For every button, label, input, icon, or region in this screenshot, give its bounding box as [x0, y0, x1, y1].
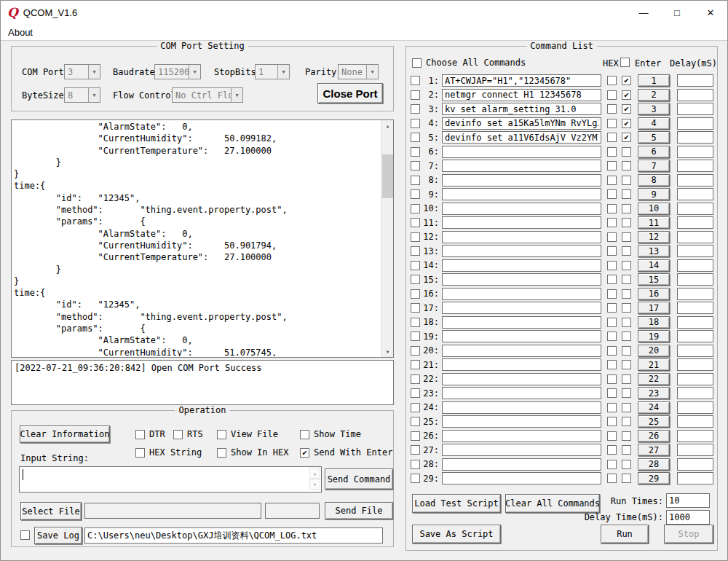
- minimize-button[interactable]: —: [627, 1, 660, 24]
- clear-all-commands-button[interactable]: Clear All Commands: [505, 494, 600, 513]
- row-select-checkbox[interactable]: [411, 261, 420, 270]
- checkbox[interactable]: [135, 430, 145, 439]
- row-hex-checkbox[interactable]: [607, 332, 617, 341]
- row-enter-checkbox[interactable]: [622, 204, 631, 213]
- row-hex-checkbox[interactable]: [607, 374, 617, 384]
- command-text-input[interactable]: [442, 373, 601, 385]
- log-path-field[interactable]: [84, 527, 383, 544]
- row-enter-checkbox[interactable]: [622, 176, 631, 185]
- row-delay-input[interactable]: [677, 288, 713, 300]
- row-hex-checkbox[interactable]: [607, 261, 617, 270]
- row-hex-checkbox[interactable]: [607, 289, 617, 299]
- row-enter-checkbox[interactable]: [622, 275, 631, 284]
- row-hex-checkbox[interactable]: [607, 303, 617, 313]
- command-text-input[interactable]: [442, 245, 601, 257]
- row-enter-checkbox[interactable]: [622, 318, 631, 327]
- row-hex-checkbox[interactable]: [607, 445, 617, 455]
- maximize-button[interactable]: □: [660, 1, 694, 24]
- send-row-command-button[interactable]: 29: [638, 472, 670, 484]
- send-row-command-button[interactable]: 16: [638, 288, 670, 300]
- row-select-checkbox[interactable]: [411, 346, 420, 356]
- serial-output-area[interactable]: "AlarmState": 0, "CurrentHumidity": 50.0…: [11, 119, 394, 358]
- clear-information-button[interactable]: Clear Information: [20, 425, 110, 443]
- row-hex-checkbox[interactable]: [607, 218, 617, 227]
- row-select-checkbox[interactable]: [411, 289, 420, 299]
- row-delay-input[interactable]: [677, 231, 713, 243]
- checkbox[interactable]: ✔: [300, 448, 309, 458]
- command-text-input[interactable]: [442, 131, 601, 144]
- row-delay-input[interactable]: [677, 430, 713, 442]
- row-delay-input[interactable]: [677, 444, 713, 456]
- row-hex-checkbox[interactable]: [607, 189, 617, 199]
- dtr-checkbox[interactable]: DTR: [135, 429, 165, 439]
- row-select-checkbox[interactable]: [411, 218, 420, 227]
- load-test-script-button[interactable]: Load Test Script: [412, 494, 501, 513]
- row-enter-checkbox[interactable]: ✔: [622, 104, 631, 114]
- row-hex-checkbox[interactable]: [607, 90, 617, 100]
- checkbox[interactable]: [412, 58, 422, 68]
- baudrate-select[interactable]: 115200 ▼: [154, 64, 201, 79]
- command-text-input[interactable]: [442, 302, 601, 314]
- row-delay-input[interactable]: [677, 117, 713, 130]
- row-select-checkbox[interactable]: [411, 445, 420, 455]
- send-row-command-button[interactable]: 13: [638, 245, 670, 257]
- row-enter-checkbox[interactable]: [622, 246, 631, 256]
- row-delay-input[interactable]: [677, 131, 713, 144]
- row-enter-checkbox[interactable]: [622, 147, 631, 157]
- send-row-command-button[interactable]: 1: [638, 74, 670, 87]
- file-path-field[interactable]: [84, 503, 261, 519]
- row-delay-input[interactable]: [677, 373, 713, 385]
- send-row-command-button[interactable]: 14: [638, 259, 670, 272]
- send-row-command-button[interactable]: 11: [638, 216, 670, 229]
- com-port-select[interactable]: 3 ▼: [64, 64, 100, 79]
- row-delay-input[interactable]: [677, 74, 713, 87]
- row-select-checkbox[interactable]: [411, 417, 420, 426]
- row-select-checkbox[interactable]: [411, 332, 420, 341]
- command-text-input[interactable]: [442, 316, 601, 329]
- row-select-checkbox[interactable]: [411, 275, 420, 284]
- command-text-input[interactable]: [442, 288, 601, 300]
- row-delay-input[interactable]: [677, 330, 713, 342]
- row-hex-checkbox[interactable]: [607, 431, 617, 441]
- row-delay-input[interactable]: [677, 472, 713, 484]
- send-row-command-button[interactable]: 18: [638, 316, 670, 329]
- row-delay-input[interactable]: [677, 146, 713, 158]
- send-row-command-button[interactable]: 4: [638, 117, 670, 130]
- command-text-input[interactable]: [442, 146, 601, 158]
- row-enter-checkbox[interactable]: ✔: [622, 119, 631, 128]
- command-text-input[interactable]: [442, 216, 601, 229]
- row-select-checkbox[interactable]: [411, 403, 420, 412]
- row-hex-checkbox[interactable]: [607, 460, 617, 469]
- row-enter-checkbox[interactable]: [622, 161, 631, 170]
- send-row-command-button[interactable]: 19: [638, 330, 670, 342]
- checkbox[interactable]: [135, 448, 145, 458]
- show-time-checkbox[interactable]: Show Time: [300, 429, 361, 439]
- save-as-script-button[interactable]: Save As Script: [412, 525, 501, 544]
- send-row-command-button[interactable]: 3: [638, 103, 670, 115]
- row-select-checkbox[interactable]: [411, 76, 420, 85]
- input-string-field[interactable]: ▲ ▼: [19, 466, 322, 493]
- row-select-checkbox[interactable]: [411, 176, 420, 185]
- send-row-command-button[interactable]: 9: [638, 188, 670, 200]
- row-enter-checkbox[interactable]: [622, 218, 631, 227]
- row-delay-input[interactable]: [677, 316, 713, 329]
- row-delay-input[interactable]: [677, 302, 713, 314]
- command-text-input[interactable]: [442, 444, 601, 456]
- row-enter-checkbox[interactable]: [622, 403, 631, 412]
- row-hex-checkbox[interactable]: [607, 417, 617, 426]
- row-delay-input[interactable]: [677, 216, 713, 229]
- send-row-command-button[interactable]: 25: [638, 415, 670, 428]
- row-delay-input[interactable]: [677, 387, 713, 399]
- row-hex-checkbox[interactable]: [607, 161, 617, 170]
- command-text-input[interactable]: [442, 160, 601, 172]
- checkbox[interactable]: [217, 430, 226, 439]
- row-hex-checkbox[interactable]: [607, 119, 617, 128]
- bytesize-select[interactable]: 8 ▼: [64, 87, 100, 103]
- command-text-input[interactable]: [442, 117, 601, 130]
- row-delay-input[interactable]: [677, 188, 713, 200]
- row-hex-checkbox[interactable]: [607, 346, 617, 356]
- row-delay-input[interactable]: [677, 203, 713, 215]
- checkbox[interactable]: [217, 448, 226, 458]
- row-hex-checkbox[interactable]: [607, 104, 617, 114]
- row-enter-checkbox[interactable]: [622, 474, 631, 483]
